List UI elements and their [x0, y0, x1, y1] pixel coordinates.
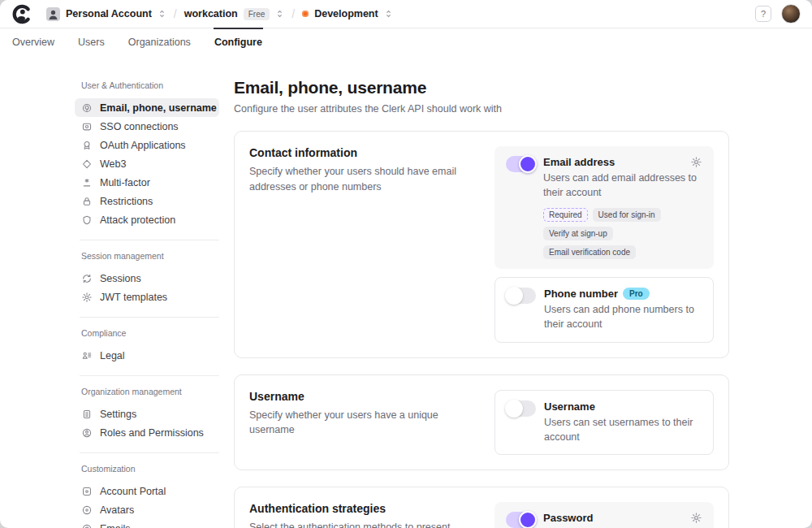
phone-number-toggle[interactable] [507, 288, 536, 304]
authentication-strategies-card: Authentication strategies Select the aut… [234, 487, 729, 528]
instance-name: Development [314, 8, 378, 19]
account-name: Personal Account [66, 8, 152, 19]
section-label: Session management [81, 251, 219, 261]
sidebar-item-sessions[interactable]: Sessions [75, 269, 219, 288]
breadcrumb-separator: / [174, 7, 177, 20]
settings-sidebar: User & Authentication Email, phone, user… [81, 78, 219, 528]
lock-icon [81, 196, 93, 207]
breadcrumb-instance-switcher[interactable]: Development [300, 6, 395, 22]
person-icon [46, 7, 60, 21]
badge-verify-at-sign-up: Verify at sign-up [543, 227, 613, 240]
password-tile: Password Users can sign in with a passwo… [495, 502, 714, 528]
card-title: Username [249, 390, 465, 403]
chevron-updown-icon [384, 9, 393, 19]
sidebar-divider [80, 317, 219, 318]
chevron-updown-icon [275, 9, 284, 19]
card-description: Specify whether your users should have e… [249, 164, 465, 195]
card-title: Authentication strategies [249, 502, 465, 515]
pro-badge: Pro [623, 288, 650, 300]
tile-title: Password [543, 512, 593, 524]
tab-organizations[interactable]: Organizations [127, 28, 192, 57]
tile-title: Phone number [544, 288, 618, 300]
email-badges: Required Used for sign-in Verify at sign… [543, 208, 702, 259]
phone-number-tile: Phone number Pro Users can add phone num… [495, 277, 714, 342]
sidebar-divider [80, 240, 219, 240]
sidebar-divider [80, 452, 219, 453]
portal-icon [81, 486, 93, 497]
application-name: workcation [184, 8, 238, 19]
primary-tabs: Overview Users Organizations Configure [0, 28, 812, 57]
content-layout: User & Authentication Email, phone, user… [0, 57, 812, 528]
sidebar-item-sso-connections[interactable]: SSO connections [75, 117, 219, 136]
breadcrumb-account-switcher[interactable]: Personal Account [45, 5, 168, 24]
sidebar-item-account-portal[interactable]: Account Portal [75, 482, 219, 500]
tab-overview[interactable]: Overview [11, 28, 55, 57]
page-title: Email, phone, username [234, 78, 729, 97]
development-dot-icon [302, 11, 309, 17]
gear-icon [81, 292, 93, 303]
contact-information-card: Contact information Specify whether your… [234, 131, 729, 358]
panel-icon [81, 409, 93, 420]
chevron-updown-icon [158, 9, 166, 19]
username-toggle[interactable] [507, 400, 536, 417]
password-settings-gear-icon[interactable] [690, 512, 702, 524]
refresh-icon [81, 273, 93, 284]
sidebar-item-oauth-applications[interactable]: OAuth Applications [75, 136, 219, 154]
tile-title: Username [544, 400, 595, 413]
shield-icon [81, 214, 93, 226]
card-description: Select the authentication methods to pre… [249, 520, 465, 528]
sidebar-item-settings[interactable]: Settings [75, 405, 219, 423]
tile-description: Users can add email addresses to their a… [543, 171, 702, 200]
tab-users[interactable]: Users [77, 28, 106, 57]
sidebar-item-emails[interactable]: Emails [75, 519, 219, 528]
user-avatar[interactable] [781, 4, 801, 24]
username-card: Username Specify whether your users have… [234, 374, 729, 470]
tile-title: Email address [543, 156, 615, 168]
account-avatar [46, 7, 60, 21]
person-circle-icon [81, 427, 93, 439]
clerk-logo-icon [11, 4, 32, 24]
email-address-tile: Email address Users can add email addres… [495, 146, 714, 269]
sidebar-divider [80, 375, 219, 376]
sidebar-item-avatars[interactable]: Avatars [75, 500, 219, 519]
sidebar-item-legal[interactable]: Legal [75, 346, 219, 365]
top-header: Personal Account / workcation Free / Dev… [0, 0, 812, 28]
header-actions: ? [755, 4, 801, 24]
card-title: Contact information [249, 146, 465, 159]
sidebar-item-restrictions[interactable]: Restrictions [75, 192, 219, 210]
card-description: Specify whether your users have a unique… [249, 408, 465, 439]
breadcrumb: Personal Account / workcation Free / Dev… [45, 5, 395, 24]
plan-badge: Free [244, 8, 270, 20]
tab-configure[interactable]: Configure [214, 28, 263, 57]
avatar-circle-icon [81, 504, 93, 516]
section-label: User & Authentication [81, 80, 219, 90]
badge-required: Required [543, 208, 588, 222]
fingerprint-icon [81, 102, 93, 114]
help-button[interactable]: ? [755, 6, 771, 22]
sidebar-item-jwt-templates[interactable]: JWT templates [75, 288, 219, 306]
sidebar-item-roles-and-permissions[interactable]: Roles and Permissions [75, 423, 219, 442]
badge-used-for-sign-in: Used for sign-in [593, 208, 661, 222]
breadcrumb-application-switcher[interactable]: workcation Free [183, 6, 287, 23]
main-content: Email, phone, username Configure the use… [234, 78, 729, 528]
oauth-badge-icon [81, 140, 93, 151]
multi-factor-icon [81, 177, 93, 188]
sidebar-item-email-phone-username[interactable]: Email, phone, username [75, 98, 219, 117]
email-settings-gear-icon[interactable] [690, 156, 702, 168]
section-label: Organization management [81, 387, 219, 396]
badge-email-verification-code: Email verification code [543, 245, 636, 259]
sidebar-item-attack-protection[interactable]: Attack protection [75, 210, 219, 229]
breadcrumb-separator: / [292, 7, 295, 20]
sso-card-icon [81, 121, 93, 132]
username-tile: Username Users can set usernames to thei… [495, 390, 714, 455]
tile-description: Users can set usernames to their account [544, 415, 702, 444]
section-label: Compliance [81, 328, 219, 338]
diamond-icon [81, 158, 93, 170]
page-subtitle: Configure the user attributes the Clerk … [234, 103, 729, 115]
password-toggle[interactable] [506, 512, 535, 528]
sidebar-item-web3[interactable]: Web3 [75, 154, 219, 173]
person-lines-icon [81, 350, 93, 361]
email-address-toggle[interactable] [506, 156, 535, 172]
sidebar-item-multi-factor[interactable]: Multi-factor [75, 173, 219, 192]
tile-description: Users can add phone numbers to their acc… [544, 302, 702, 331]
